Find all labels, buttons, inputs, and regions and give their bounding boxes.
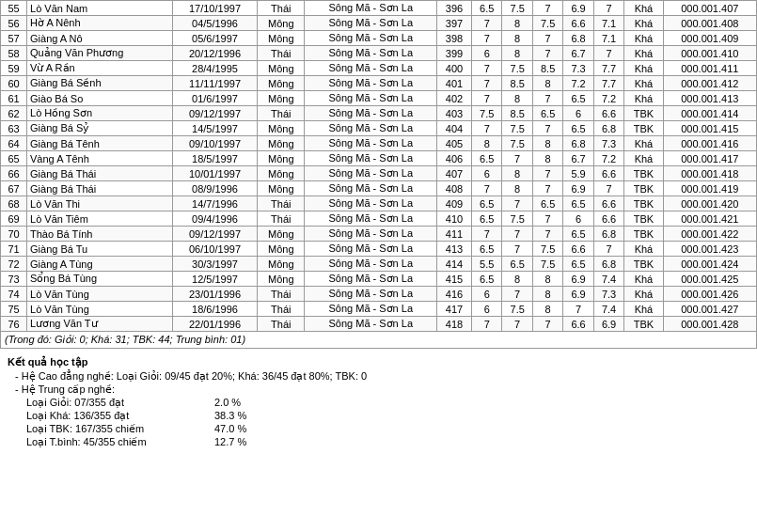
table-cell: 8 [502, 181, 532, 196]
table-row: 64Giàng Bá Tênh09/10/1997MôngSông Mã - S… [1, 136, 757, 151]
table-cell: 6.5 [471, 1, 501, 16]
table-cell: 000.001.424 [663, 257, 756, 272]
table-cell: 67 [1, 181, 27, 196]
table-cell: 6.5 [502, 257, 532, 272]
table-cell: 7 [532, 181, 562, 196]
result-title: Kết quả học tập [8, 356, 749, 368]
table-cell: 416 [437, 287, 472, 302]
table-cell: 7.4 [593, 302, 623, 317]
table-row: 56Hờ A Nênh04/5/1996MôngSông Mã - Sơn La… [1, 16, 757, 31]
table-cell: 6.6 [593, 196, 623, 211]
table-cell: 7.7 [593, 61, 623, 76]
data-table: 55Lò Văn Nam17/10/1997TháiSông Mã - Sơn … [0, 0, 757, 332]
table-row: 72Giàng A Tùng30/3/1997MôngSông Mã - Sơn… [1, 257, 757, 272]
table-cell: 000.001.427 [663, 302, 756, 317]
table-cell: 7 [593, 1, 623, 16]
table-cell: Thái [258, 317, 305, 332]
table-cell: 5.5 [471, 257, 501, 272]
table-cell: 406 [437, 151, 472, 166]
table-cell: Sông Mã - Sơn La [305, 166, 437, 181]
table-cell: Khá [624, 31, 663, 46]
table-cell: 60 [1, 76, 27, 91]
table-cell: Sông Mã - Sơn La [305, 46, 437, 61]
table-cell: 6.9 [593, 317, 623, 332]
table-cell: 01/6/1997 [172, 91, 257, 106]
table-cell: 6 [471, 302, 501, 317]
table-cell: 000.001.416 [663, 136, 756, 151]
table-cell: Khá [624, 16, 663, 31]
table-cell: 7 [563, 302, 593, 317]
table-cell: Vàng A Tênh [27, 151, 173, 166]
table-cell: 8 [532, 151, 562, 166]
table-cell: 405 [437, 136, 472, 151]
table-cell: Mông [258, 166, 305, 181]
table-cell: 7.1 [593, 31, 623, 46]
table-cell: 7 [532, 121, 562, 136]
table-cell: 402 [437, 91, 472, 106]
table-cell: 7 [471, 76, 501, 91]
table-cell: Lò Văn Thi [27, 196, 173, 211]
table-cell: 6.9 [563, 181, 593, 196]
result-sub-label: Loại T.bình: 45/355 chiếm [26, 436, 214, 448]
table-cell: 398 [437, 31, 472, 46]
table-cell: Sông Mã - Sơn La [305, 287, 437, 302]
result-sub-pct: 47.0 % [214, 423, 246, 435]
table-cell: 7 [471, 181, 501, 196]
table-cell: Giàng Bá Tu [27, 242, 173, 257]
table-cell: 8.5 [532, 61, 562, 76]
table-cell: 6.6 [563, 242, 593, 257]
table-cell: 8 [532, 136, 562, 151]
table-cell: 8 [532, 272, 562, 287]
table-cell: 000.001.420 [663, 196, 756, 211]
table-cell: 66 [1, 166, 27, 181]
table-cell: Khá [624, 91, 663, 106]
table-cell: 7 [502, 317, 532, 332]
table-cell: 63 [1, 121, 27, 136]
table-cell: 7.4 [593, 272, 623, 287]
table-cell: 397 [437, 16, 472, 31]
table-row: 65Vàng A Tênh18/5/1997MôngSông Mã - Sơn … [1, 151, 757, 166]
table-cell: 000.001.412 [663, 76, 756, 91]
table-cell: Quảng Văn Phương [27, 46, 173, 61]
table-cell: 6.5 [563, 91, 593, 106]
table-cell: Sông Mã - Sơn La [305, 16, 437, 31]
table-cell: Sông Mã - Sơn La [305, 76, 437, 91]
table-cell: 000.001.421 [663, 211, 756, 227]
table-cell: 7 [502, 242, 532, 257]
table-cell: 399 [437, 46, 472, 61]
table-cell: 000.001.422 [663, 227, 756, 242]
table-cell: 7.2 [593, 151, 623, 166]
trung-cap-label: - Hệ Trung cấp nghề: [15, 383, 115, 395]
table-cell: Sông Mã - Sơn La [305, 91, 437, 106]
table-cell: 6.6 [593, 106, 623, 121]
table-cell: 62 [1, 106, 27, 121]
table-cell: 12/5/1997 [172, 272, 257, 287]
table-cell: 7.5 [502, 1, 532, 16]
table-cell: 6.5 [563, 121, 593, 136]
table-cell: Sổng Bá Tùng [27, 272, 173, 287]
table-cell: 73 [1, 272, 27, 287]
table-cell: 7 [593, 46, 623, 61]
table-cell: 6 [563, 106, 593, 121]
table-row: 71Giàng Bá Tu06/10/1997MôngSông Mã - Sơn… [1, 242, 757, 257]
table-cell: 08/9/1996 [172, 181, 257, 196]
table-cell: 401 [437, 76, 472, 91]
table-cell: 7.2 [563, 76, 593, 91]
table-cell: Khá [624, 1, 663, 16]
table-cell: 000.001.414 [663, 106, 756, 121]
table-cell: 000.001.413 [663, 91, 756, 106]
table-cell: 5.9 [563, 166, 593, 181]
table-cell: Mông [258, 257, 305, 272]
table-cell: Sông Mã - Sơn La [305, 272, 437, 287]
table-cell: Sông Mã - Sơn La [305, 121, 437, 136]
table-cell: Giàng Bá Thái [27, 181, 173, 196]
table-cell: TBK [624, 257, 663, 272]
table-cell: Mông [258, 181, 305, 196]
table-cell: 6.5 [471, 242, 501, 257]
table-cell: 64 [1, 136, 27, 151]
table-cell: Mông [258, 91, 305, 106]
table-cell: 09/12/1997 [172, 227, 257, 242]
table-cell: TBK [624, 106, 663, 121]
table-cell: 71 [1, 242, 27, 257]
table-cell: Sông Mã - Sơn La [305, 211, 437, 227]
